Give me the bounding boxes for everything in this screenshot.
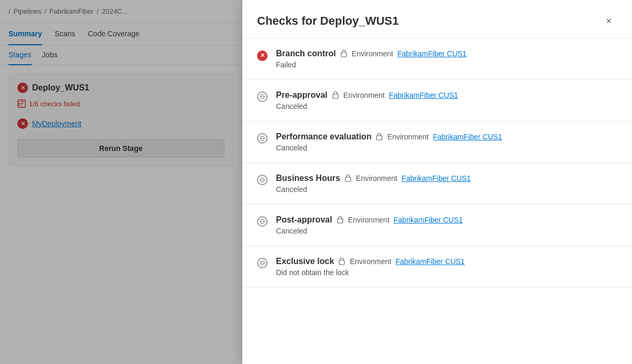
check-item: Performance evaluationEnvironmentFabrika… bbox=[242, 122, 632, 163]
check-name: Pre-approval bbox=[276, 90, 328, 100]
modal-overlay: Checks for Deploy_WUS1 × Branch controlE… bbox=[0, 0, 632, 364]
check-status: Canceled bbox=[276, 185, 617, 194]
svg-rect-20 bbox=[339, 260, 344, 265]
env-label: Environment bbox=[348, 216, 390, 224]
check-list: Branch controlEnvironmentFabrikamFiber C… bbox=[242, 38, 632, 364]
environment-icon bbox=[337, 216, 344, 224]
environment-icon bbox=[344, 175, 352, 182]
env-link[interactable]: FabrikamFiber CUS1 bbox=[389, 91, 458, 99]
env-link[interactable]: FabrikamFiber CUS1 bbox=[393, 216, 462, 224]
modal: Checks for Deploy_WUS1 × Branch controlE… bbox=[242, 0, 632, 364]
env-label: Environment bbox=[356, 174, 398, 183]
env-link[interactable]: FabrikamFiber CUS1 bbox=[433, 133, 502, 141]
env-link[interactable]: FabrikamFiber CUS1 bbox=[401, 174, 470, 183]
env-link[interactable]: FabrikamFiber CUS1 bbox=[396, 257, 465, 266]
check-icon-col bbox=[257, 49, 268, 61]
check-content: Branch controlEnvironmentFabrikamFiber C… bbox=[276, 49, 617, 69]
check-item: Pre-approvalEnvironmentFabrikamFiber CUS… bbox=[242, 80, 632, 122]
environment-icon bbox=[376, 133, 383, 140]
check-name-row: Performance evaluationEnvironmentFabrika… bbox=[276, 132, 617, 141]
svg-rect-11 bbox=[377, 136, 382, 140]
svg-rect-5 bbox=[341, 53, 347, 57]
close-button[interactable]: × bbox=[600, 13, 617, 29]
check-name: Post-approval bbox=[276, 215, 332, 225]
svg-rect-14 bbox=[345, 177, 351, 181]
check-name: Business Hours bbox=[276, 174, 340, 183]
check-item: Business HoursEnvironmentFabrikamFiber C… bbox=[242, 163, 632, 205]
check-icon-col bbox=[257, 257, 268, 268]
check-content: Business HoursEnvironmentFabrikamFiber C… bbox=[276, 174, 617, 194]
check-status: Canceled bbox=[276, 102, 617, 110]
environment-icon bbox=[338, 258, 345, 265]
check-icon-col bbox=[257, 90, 268, 102]
env-label: Environment bbox=[352, 49, 393, 58]
check-content: Pre-approvalEnvironmentFabrikamFiber CUS… bbox=[276, 90, 617, 110]
check-name-row: Post-approvalEnvironmentFabrikamFiber CU… bbox=[276, 215, 617, 225]
svg-rect-8 bbox=[333, 94, 338, 98]
environment-icon bbox=[340, 50, 348, 57]
check-cancel-icon bbox=[257, 258, 268, 268]
check-name-row: Branch controlEnvironmentFabrikamFiber C… bbox=[276, 49, 617, 58]
check-icon-col bbox=[257, 132, 268, 144]
check-error-icon bbox=[257, 50, 268, 61]
env-label: Environment bbox=[387, 133, 429, 141]
check-status: Did not obtain the lock bbox=[276, 268, 617, 277]
check-item: Branch controlEnvironmentFabrikamFiber C… bbox=[242, 38, 632, 80]
check-status: Canceled bbox=[276, 144, 617, 152]
check-name: Branch control bbox=[276, 49, 336, 58]
check-icon-col bbox=[257, 215, 268, 227]
check-cancel-icon bbox=[257, 175, 268, 185]
check-content: Performance evaluationEnvironmentFabrika… bbox=[276, 132, 617, 152]
env-label: Environment bbox=[343, 91, 385, 99]
check-item: Post-approvalEnvironmentFabrikamFiber CU… bbox=[242, 205, 632, 246]
check-content: Exclusive lockEnvironmentFabrikamFiber C… bbox=[276, 257, 617, 277]
env-label: Environment bbox=[350, 257, 391, 266]
check-name-row: Exclusive lockEnvironmentFabrikamFiber C… bbox=[276, 257, 617, 266]
svg-rect-17 bbox=[338, 219, 343, 223]
check-cancel-icon bbox=[257, 92, 268, 102]
check-cancel-icon bbox=[257, 133, 268, 144]
check-icon-col bbox=[257, 174, 268, 185]
env-link[interactable]: FabrikamFiber CUS1 bbox=[397, 49, 466, 58]
modal-title: Checks for Deploy_WUS1 bbox=[257, 14, 399, 28]
check-name-row: Business HoursEnvironmentFabrikamFiber C… bbox=[276, 174, 617, 183]
check-status: Canceled bbox=[276, 227, 617, 235]
check-name-row: Pre-approvalEnvironmentFabrikamFiber CUS… bbox=[276, 90, 617, 100]
check-name: Performance evaluation bbox=[276, 132, 371, 141]
check-name: Exclusive lock bbox=[276, 257, 334, 266]
environment-icon bbox=[332, 92, 339, 99]
check-cancel-icon bbox=[257, 216, 268, 227]
check-content: Post-approvalEnvironmentFabrikamFiber CU… bbox=[276, 215, 617, 235]
check-item: Exclusive lockEnvironmentFabrikamFiber C… bbox=[242, 246, 632, 288]
check-status: Failed bbox=[276, 60, 617, 69]
modal-header: Checks for Deploy_WUS1 × bbox=[242, 0, 632, 38]
